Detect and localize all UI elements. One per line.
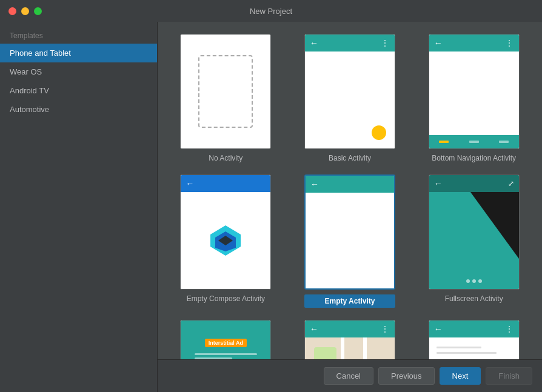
template-label-empty-compose: Empty Compose Activity [187,294,265,303]
titlebar: New Project [0,0,542,22]
templates-grid: No Activity ← ⋮ Basic Activity [158,22,542,359]
maximize-button[interactable] [34,7,42,15]
template-label-empty-activity: Empty Activity [304,294,395,308]
template-thumb-bottom-nav: ← ⋮ [429,34,520,149]
login-mockup: ← ⋮ [429,321,519,359]
template-card-bottom-nav[interactable]: ← ⋮ Bottom Navigation Activity [418,34,530,162]
interstitial-mockup: Interstitial Ad [181,321,270,359]
overflow-menu-icon: ⋮ [381,39,390,47]
google-maps-mockup: ← ⋮ 📍 [305,321,395,359]
back-arrow-icon: ← [434,38,443,48]
fullscreen-mockup: ← ⤢ [429,175,519,289]
compose-logo-icon [207,222,244,259]
map-green-1 [314,347,336,359]
overflow-menu-icon: ⋮ [506,39,514,47]
empty-activity-content [306,193,394,288]
previous-button[interactable]: Previous [378,367,435,385]
ad-line-1 [195,353,258,355]
template-thumb-login: ← ⋮ [429,320,520,359]
minimize-button[interactable] [21,7,29,15]
template-thumb-empty-compose: ← [180,174,271,290]
template-label-fullscreen: Fullscreen Activity [445,294,503,303]
fab-button [372,125,386,140]
ad-line-2 [195,357,232,359]
back-arrow-icon: ← [310,179,319,189]
template-thumb-empty-activity: ← [304,174,395,290]
ad-badge: Interstitial Ad [205,339,247,347]
template-thumb-google-maps: ← ⋮ 📍 [304,320,395,359]
basic-activity-mockup: ← ⋮ [305,35,395,148]
overflow-menu-icon: ⋮ [381,325,390,333]
login-line-2 [437,352,497,354]
no-activity-dashed-border [198,55,253,128]
next-button[interactable]: Next [440,367,481,385]
window-controls [8,7,42,15]
bottom-nav-bar [429,135,519,148]
sidebar-item-android-tv[interactable]: Android TV [0,81,157,100]
cancel-button[interactable]: Cancel [324,367,373,385]
diagonal-overlay [470,192,519,259]
map-content: 📍 [305,337,395,359]
back-arrow-icon: ← [310,324,318,334]
ad-lines [195,353,258,359]
template-card-empty-compose[interactable]: ← Empty Compose Activity [170,174,282,308]
bottom-nav-content [429,51,519,148]
login-line-1 [437,347,481,348]
main-container: Templates Phone and Tablet Wear OS Andro… [0,22,542,392]
sidebar-item-phone-tablet[interactable]: Phone and Tablet [0,44,157,62]
template-label-no-activity: No Activity [209,154,243,162]
sidebar-item-automotive[interactable]: Automotive [0,100,157,119]
empty-compose-mockup: ← [181,175,270,289]
empty-compose-topbar: ← [181,175,270,192]
login-topbar: ← ⋮ [429,321,519,337]
map-road-v2 [363,337,367,359]
bottom-nav-item-1 [439,141,449,143]
back-arrow-icon: ← [310,38,318,48]
empty-activity-mockup: ← [306,176,394,288]
compose-logo-container [181,192,270,289]
content-area: No Activity ← ⋮ Basic Activity [158,22,542,392]
bottom-nav-item-3 [499,141,509,143]
template-thumb-fullscreen: ← ⤢ [429,174,520,290]
window-title: New Project [250,7,292,16]
sidebar: Templates Phone and Tablet Wear OS Andro… [0,22,158,392]
back-arrow-icon: ← [186,179,194,188]
bottom-nav-item-2 [469,141,479,143]
back-arrow-icon: ← [434,179,443,188]
bottom-nav-topbar: ← ⋮ [429,35,519,51]
template-card-google-maps[interactable]: ← ⋮ 📍 [294,320,406,359]
bottom-buttons: Cancel Previous Next Finish [158,359,542,392]
template-card-empty-activity[interactable]: ← Empty Activity [294,174,406,308]
template-card-no-activity[interactable]: No Activity [170,34,282,162]
fullscreen-dots [466,279,482,283]
template-label-basic-activity: Basic Activity [329,154,371,162]
dot-2 [472,279,476,283]
map-background: 📍 [305,337,395,359]
sidebar-item-wear-os[interactable]: Wear OS [0,62,157,81]
template-card-basic-activity[interactable]: ← ⋮ Basic Activity [294,34,406,162]
template-label-bottom-nav: Bottom Navigation Activity [432,154,516,162]
map-road-v1 [341,337,344,359]
template-thumb-basic-activity: ← ⋮ [304,34,395,149]
template-card-login[interactable]: ← ⋮ [418,320,530,359]
basic-activity-topbar: ← ⋮ [305,35,395,51]
login-content [429,337,519,359]
basic-activity-content [305,51,395,148]
close-button[interactable] [8,7,16,15]
template-card-fullscreen[interactable]: ← ⤢ Fullscreen Activity [418,174,530,308]
template-card-interstitial[interactable]: Interstitial Ad Interstitial Ad [170,320,282,359]
sidebar-section-label: Templates [0,27,157,44]
fullscreen-topbar: ← ⤢ [429,175,519,192]
bottom-nav-mockup: ← ⋮ [429,35,519,148]
empty-activity-topbar: ← [306,176,394,193]
dot-1 [466,279,470,283]
expand-icon: ⤢ [508,179,514,188]
finish-button: Finish [486,367,532,385]
back-arrow-icon: ← [434,324,443,334]
template-thumb-no-activity [180,34,271,149]
maps-topbar: ← ⋮ [305,321,395,337]
dot-3 [478,279,482,283]
spacer [437,357,512,359]
overflow-menu-icon: ⋮ [506,325,514,333]
template-thumb-interstitial: Interstitial Ad [180,320,271,359]
